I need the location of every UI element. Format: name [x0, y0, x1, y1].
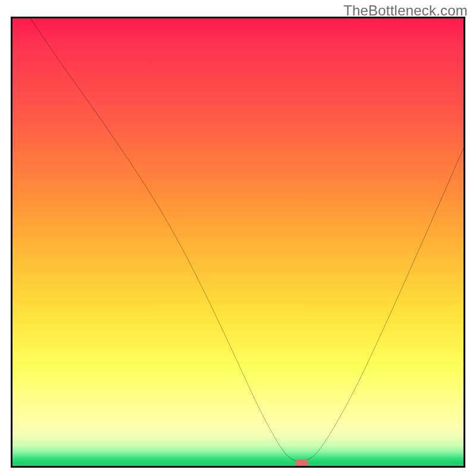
bottleneck-curve — [12, 18, 464, 466]
chart-frame: TheBottleneck.com — [0, 0, 476, 476]
plot-area — [11, 17, 465, 468]
watermark-text: TheBottleneck.com — [343, 2, 468, 19]
optimal-marker — [295, 459, 308, 466]
